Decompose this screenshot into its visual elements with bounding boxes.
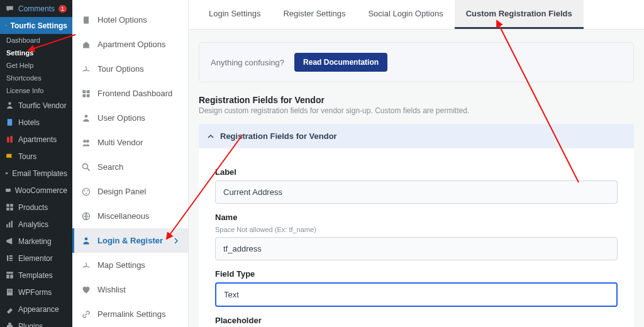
panel-label: Login & Register	[97, 236, 163, 245]
svg-rect-3	[7, 137, 9, 143]
panel-label: User Options	[97, 113, 145, 123]
comments-icon	[5, 4, 14, 13]
panel-item-tour-options[interactable]: Tour Options	[72, 57, 188, 81]
panel-item-design-panel[interactable]: Design Panel	[72, 179, 188, 204]
svg-rect-15	[9, 255, 13, 257]
sidebar-item-analytics[interactable]: Analytics	[0, 216, 72, 233]
svg-point-39	[85, 237, 88, 240]
panel-item-multi-vendor[interactable]: Multi Vendor	[72, 130, 188, 155]
sidebar-submenu: Dashboard Settings Get Help Shortcodes L…	[0, 34, 72, 97]
section-desc: Design custom registration fields for ve…	[199, 106, 634, 115]
tab-social-login[interactable]: Social Login Options	[357, 0, 454, 29]
panel-label: Multi Vendor	[97, 138, 143, 147]
svg-rect-13	[11, 221, 13, 228]
svg-rect-19	[6, 275, 9, 279]
tabs: Login Settings Register Settings Social …	[189, 0, 644, 30]
panel-item-search[interactable]: Search	[72, 155, 188, 179]
apartment-icon	[5, 135, 14, 144]
svg-rect-7	[6, 204, 9, 207]
sidebar-item-email-templates[interactable]: Email Templates	[0, 165, 72, 182]
sidebar-label: Hotels	[18, 118, 40, 127]
plugins-icon	[5, 321, 14, 327]
user-icon	[81, 113, 91, 123]
svg-rect-4	[10, 136, 13, 143]
svg-rect-17	[9, 260, 13, 262]
sidebar-label: Appearance	[18, 305, 59, 314]
svg-rect-25	[84, 16, 89, 23]
svg-point-31	[83, 140, 86, 143]
svg-point-34	[82, 188, 89, 195]
comments-badge: 1	[58, 5, 67, 13]
search-icon	[81, 162, 91, 172]
sidebar-item-marketing[interactable]: Marketing	[0, 233, 72, 250]
panel-label: Search	[97, 162, 123, 172]
settings-panel: Hotel Options Apartment Options Tour Opt…	[72, 0, 189, 327]
sidebar-item-plugins[interactable]: Plugins	[0, 318, 72, 327]
sidebar-sub-settings[interactable]: Settings	[0, 47, 72, 59]
sidebar-item-wpforms[interactable]: WPForms	[0, 284, 72, 301]
heart-icon	[81, 285, 91, 295]
sidebar-item-hotels[interactable]: Hotels	[0, 114, 72, 131]
field-label-placeholder: Placeholder	[215, 316, 618, 325]
sidebar-item-appearance[interactable]: Appearance	[0, 301, 72, 318]
sidebar-item-comments[interactable]: Comments 1	[0, 0, 72, 17]
panel-item-apartment-options[interactable]: Apartment Options	[72, 32, 188, 57]
panel-item-miscellaneous[interactable]: Miscellaneous	[72, 204, 188, 228]
field-label-name: Name	[215, 213, 618, 222]
apartment-icon	[81, 40, 91, 50]
svg-point-37	[86, 192, 87, 194]
sidebar-item-apartments[interactable]: Apartments	[0, 131, 72, 148]
panel-label: Design Panel	[97, 187, 146, 196]
field-label-fieldtype: Field Type	[215, 269, 618, 279]
link-icon	[81, 309, 91, 319]
sidebar-item-templates[interactable]: Templates	[0, 267, 72, 284]
tab-login-settings[interactable]: Login Settings	[197, 0, 272, 29]
panel-label: Hotel Options	[97, 15, 147, 25]
sidebar-label: Tourfic Vendor	[18, 101, 67, 110]
tab-custom-registration[interactable]: Custom Registration Fields	[455, 0, 584, 29]
label-input[interactable]	[215, 180, 618, 204]
panel-item-wishlist[interactable]: Wishlist	[72, 277, 188, 302]
panel-item-user-options[interactable]: User Options	[72, 106, 188, 130]
sidebar-sub-shortcodes[interactable]: Shortcodes	[0, 72, 72, 84]
sidebar-item-tours[interactable]: Tours	[0, 148, 72, 165]
svg-rect-23	[8, 292, 12, 292]
svg-point-33	[82, 164, 87, 169]
svg-point-0	[6, 25, 6, 26]
panel-label: Tour Options	[97, 64, 144, 74]
fieldtype-value: Text	[224, 290, 239, 299]
tab-register-settings[interactable]: Register Settings	[272, 0, 357, 29]
read-documentation-button[interactable]: Read Documentation	[294, 53, 387, 72]
sidebar-sub-dashboard[interactable]: Dashboard	[0, 34, 72, 47]
sidebar-item-tourfic-settings[interactable]: Tourfic Settings	[0, 17, 72, 34]
panel-item-permalink-settings[interactable]: Permalink Settings	[72, 302, 188, 326]
svg-rect-11	[6, 224, 8, 228]
name-input[interactable]	[215, 237, 618, 260]
svg-point-36	[87, 190, 88, 191]
accordion-header[interactable]: Registration Fields for Vendor	[199, 124, 634, 148]
marketing-icon	[5, 236, 14, 246]
panel-label: Apartment Options	[97, 40, 165, 49]
sidebar-item-elementor[interactable]: Elementor	[0, 250, 72, 267]
sidebar-label: Analytics	[18, 220, 48, 229]
sidebar-item-woocommerce[interactable]: WooCommerce	[0, 182, 72, 199]
svg-rect-14	[7, 255, 8, 261]
sidebar-item-tourfic-vendor[interactable]: Tourfic Vendor	[0, 97, 72, 114]
svg-rect-18	[6, 272, 13, 274]
help-notice: Anything confusing? Read Documentation	[199, 42, 634, 82]
sidebar-item-products[interactable]: Products	[0, 199, 72, 216]
panel-item-login-register[interactable]: Login & Register	[72, 228, 188, 253]
section-title: Registration Fields for Vendor	[199, 95, 634, 105]
sidebar-label: Products	[18, 203, 48, 212]
sidebar-sub-license-info[interactable]: License Info	[0, 84, 72, 97]
panel-item-hotel-options[interactable]: Hotel Options	[72, 8, 188, 32]
hotel-icon	[5, 118, 14, 127]
fieldtype-select[interactable]: Text	[215, 282, 618, 307]
wp-admin-sidebar: Comments 1 Tourfic Settings Dashboard Se…	[0, 0, 72, 327]
sidebar-label: Plugins	[18, 322, 43, 328]
panel-item-map-settings[interactable]: Map Settings	[72, 253, 188, 277]
panel-label: Frontend Dashboard	[97, 89, 172, 98]
svg-point-30	[85, 114, 88, 118]
panel-item-frontend-dashboard[interactable]: Frontend Dashboard	[72, 81, 188, 106]
sidebar-sub-get-help[interactable]: Get Help	[0, 59, 72, 72]
